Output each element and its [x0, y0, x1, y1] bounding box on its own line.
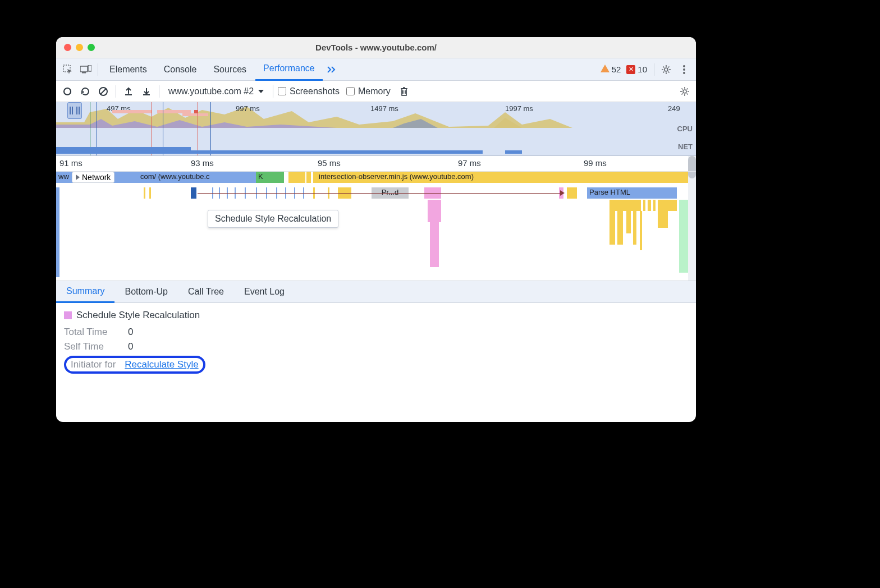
total-time-value: 0: [128, 327, 133, 338]
memory-label: Memory: [358, 86, 391, 97]
flame-scrollbar-track[interactable]: [688, 156, 696, 281]
clear-icon[interactable]: [95, 84, 111, 99]
svg-rect-1: [80, 66, 88, 72]
tab-event-log[interactable]: Event Log: [234, 281, 295, 303]
record-button-icon[interactable]: [59, 84, 75, 99]
devtools-window: DevTools - www.youtube.com/ Elements Con…: [56, 37, 696, 422]
overview-tick: 1497 ms: [370, 104, 398, 113]
flame-segment[interactable]: [288, 172, 305, 183]
overview-net-label: NET: [678, 143, 693, 151]
download-profile-icon[interactable]: [139, 84, 154, 99]
initiator-link[interactable]: Recalculate Style: [125, 359, 198, 370]
initiator-callout: Initiator for Recalculate Style: [64, 356, 205, 374]
tab-call-tree[interactable]: Call Tree: [178, 281, 234, 303]
ruler-tick: 93 ms: [191, 158, 214, 168]
flame-segment[interactable]: [306, 172, 311, 183]
capture-settings-gear-icon[interactable]: [677, 84, 693, 99]
svg-point-7: [683, 72, 685, 74]
screenshots-checkbox-input[interactable]: [278, 87, 286, 95]
flame-segment[interactable]: [266, 172, 271, 183]
overview-viewport-handle[interactable]: [67, 102, 82, 119]
flame-segment[interactable]: com/ (www.youtube.c: [138, 172, 256, 183]
flame-row: [56, 187, 688, 277]
overview-cpu-label: CPU: [677, 125, 693, 133]
maximize-window-button[interactable]: [88, 44, 95, 51]
recording-select-value: www.youtube.com #2: [168, 86, 254, 97]
network-track-toggle[interactable]: Network: [72, 172, 114, 183]
flame-chart[interactable]: 91 ms 93 ms 95 ms 97 ms 99 ms ww com/ (w…: [56, 156, 696, 281]
overview-tick: 249: [668, 104, 680, 113]
summary-tabstrip: Summary Bottom-Up Call Tree Event Log: [56, 281, 696, 303]
flame-segment[interactable]: [275, 172, 279, 183]
self-time-label: Self Time: [64, 341, 118, 352]
network-track-label: Network: [82, 173, 111, 182]
warnings-count[interactable]: 52: [601, 65, 621, 74]
panel-tabstrip: Elements Console Sources Performance 52 …: [56, 58, 696, 81]
overview-tick: 997 ms: [236, 104, 260, 113]
divider: [273, 85, 273, 98]
overview-tick: 1997 ms: [505, 104, 533, 113]
memory-checkbox[interactable]: Memory: [346, 86, 391, 97]
overview-long-task: [112, 110, 152, 113]
settings-gear-icon[interactable]: [658, 61, 675, 78]
summary-details: Schedule Style Recalculation Total Time …: [56, 303, 696, 380]
more-tabs-chevron-icon[interactable]: [324, 61, 341, 78]
overview-long-task: [182, 113, 208, 116]
overview-marker: [198, 102, 198, 155]
tab-performance[interactable]: Performance: [255, 58, 323, 81]
errors-number: 10: [638, 65, 647, 74]
svg-rect-2: [82, 72, 86, 74]
flame-segment[interactable]: [279, 172, 284, 183]
divider: [654, 63, 654, 76]
window-title: DevTools - www.youtube.com/: [56, 43, 696, 52]
flame-segment[interactable]: [56, 187, 59, 277]
tab-console[interactable]: Console: [156, 58, 205, 81]
overview-pane[interactable]: 497 ms 997 ms 1497 ms 1997 ms 249 CPU NE…: [56, 102, 696, 156]
self-time-value: 0: [128, 341, 133, 352]
tab-summary[interactable]: Summary: [56, 281, 114, 303]
error-icon: ✕: [626, 65, 635, 74]
device-toolbar-icon[interactable]: [77, 61, 94, 78]
total-time-row: Total Time 0: [64, 327, 688, 338]
overview-marker: [210, 102, 211, 155]
minimize-window-button[interactable]: [76, 44, 83, 51]
errors-count[interactable]: ✕ 10: [626, 65, 647, 74]
reload-record-icon[interactable]: [77, 84, 93, 99]
flame-segment[interactable]: K: [256, 172, 266, 183]
ruler-tick: 91 ms: [59, 158, 82, 168]
memory-checkbox-input[interactable]: [346, 87, 355, 95]
svg-point-4: [664, 68, 668, 71]
total-time-label: Total Time: [64, 327, 118, 338]
tooltip-text: Schedule Style Recalculation: [215, 214, 331, 223]
flame-segment[interactable]: [271, 172, 275, 183]
upload-profile-icon[interactable]: [121, 84, 136, 99]
event-color-swatch: [64, 311, 72, 319]
performance-toolbar: www.youtube.com #2 Screenshots Memory: [56, 81, 696, 102]
svg-point-12: [683, 90, 686, 93]
close-window-button[interactable]: [64, 44, 71, 51]
screenshots-checkbox[interactable]: Screenshots: [278, 86, 340, 97]
divider: [116, 85, 116, 98]
ruler-tick: 99 ms: [584, 158, 607, 168]
window-titlebar: DevTools - www.youtube.com/: [56, 37, 696, 58]
collect-garbage-icon[interactable]: [396, 84, 412, 99]
divider: [159, 85, 159, 98]
flame-segment[interactable]: intersection-observer.min.js (www.youtub…: [313, 172, 688, 183]
svg-rect-3: [88, 65, 91, 71]
svg-point-6: [683, 68, 685, 71]
tab-sources[interactable]: Sources: [205, 58, 254, 81]
ruler-tick: 95 ms: [318, 158, 341, 168]
recording-select[interactable]: www.youtube.com #2: [164, 86, 268, 97]
svg-point-5: [683, 65, 685, 67]
tab-bottom-up[interactable]: Bottom-Up: [114, 281, 177, 303]
warnings-number: 52: [612, 65, 621, 74]
overview-network-bar: [56, 150, 483, 154]
inspect-element-icon[interactable]: [59, 61, 76, 78]
tab-elements[interactable]: Elements: [102, 58, 155, 81]
overview-network-bar: [505, 150, 522, 154]
warning-icon: [601, 65, 609, 74]
kebab-menu-icon[interactable]: [676, 61, 693, 78]
flame-row: ww com/ (www.youtube.c K intersection-ob…: [56, 172, 688, 183]
initiator-label: Initiator for: [71, 359, 116, 370]
dropdown-caret-icon: [258, 90, 264, 93]
